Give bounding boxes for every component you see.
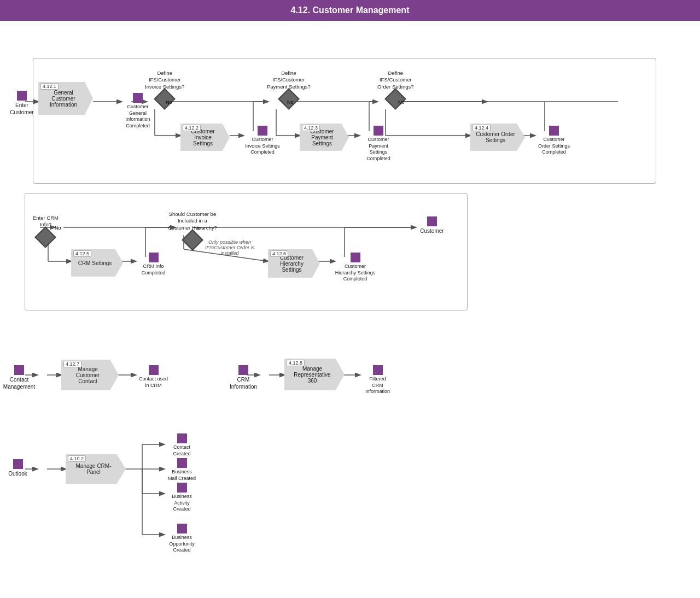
manage-customer-contact-badge: 4.12.7 <box>63 361 81 367</box>
contact-management-event <box>14 365 24 375</box>
title-bar: 4.12. Customer Management <box>0 0 700 21</box>
manage-customer-contact-text: Manage Customer Contact <box>67 366 109 384</box>
contact-management-label: Contact Management <box>3 376 35 390</box>
business-activity-created-label: BusinessActivityCreated <box>172 494 192 513</box>
contact-used-crm-label: Contact usedin CRM <box>139 376 168 389</box>
manage-crm-panel-node: 4.10.2 Manage CRM- Panel <box>66 454 126 484</box>
enter-customer-label: Enter Customer <box>10 102 33 116</box>
business-mail-created-label: BusinessMail Created <box>168 469 196 482</box>
contact-created-label: ContactCreated <box>173 444 190 457</box>
contact-used-crm-node: Contact usedin CRM <box>136 365 171 389</box>
manage-rep-text: Manage Representative 360 <box>290 366 335 384</box>
business-mail-created-node: BusinessMail Created <box>164 458 200 482</box>
filtered-crm-label: FilteredCRMInformation <box>365 376 390 395</box>
manage-crm-panel-text: Manage CRM- Panel <box>71 463 116 475</box>
enter-customer-event <box>17 91 27 101</box>
manage-representative-360-node: 4.12.8 Manage Representative 360 <box>284 359 345 390</box>
page-title: 4.12. Customer Management <box>291 5 410 15</box>
business-activity-event <box>177 483 187 493</box>
section-box-1 <box>33 58 656 184</box>
contact-management-node: Contact Management <box>3 365 36 390</box>
outlook-event <box>13 459 23 469</box>
manage-representative-360-shape: 4.12.8 Manage Representative 360 <box>284 359 345 390</box>
business-mail-event <box>177 458 187 468</box>
filtered-crm-node: FilteredCRMInformation <box>360 365 395 395</box>
contact-created-node: ContactCreated <box>164 433 200 457</box>
crm-information-node: CRM Information <box>227 365 260 390</box>
manage-crm-panel-badge: 4.10.2 <box>68 455 86 462</box>
manage-rep-badge: 4.12.8 <box>287 360 305 366</box>
business-opportunity-created-node: BusinessOpportunityCreated <box>164 524 200 554</box>
contact-created-event <box>177 433 187 443</box>
crm-information-event <box>238 365 248 375</box>
business-activity-created-node: BusinessActivityCreated <box>164 483 200 513</box>
filtered-crm-event <box>373 365 383 375</box>
crm-information-label: CRM Information <box>230 376 257 390</box>
diagram-container: Enter Customer 4.12.1 General Customer I… <box>0 21 700 595</box>
manage-crm-panel-shape: 4.10.2 Manage CRM- Panel <box>66 454 126 484</box>
manage-customer-contact-node: 4.12.7 Manage Customer Contact <box>61 360 119 390</box>
contact-used-event <box>149 365 159 375</box>
business-opportunity-created-label: BusinessOpportunityCreated <box>169 535 195 554</box>
outlook-label: Outlook <box>8 470 27 477</box>
section-box-2 <box>25 193 468 310</box>
manage-customer-contact-shape: 4.12.7 Manage Customer Contact <box>61 360 119 390</box>
business-opportunity-event <box>177 524 187 533</box>
outlook-node: Outlook <box>3 459 33 477</box>
